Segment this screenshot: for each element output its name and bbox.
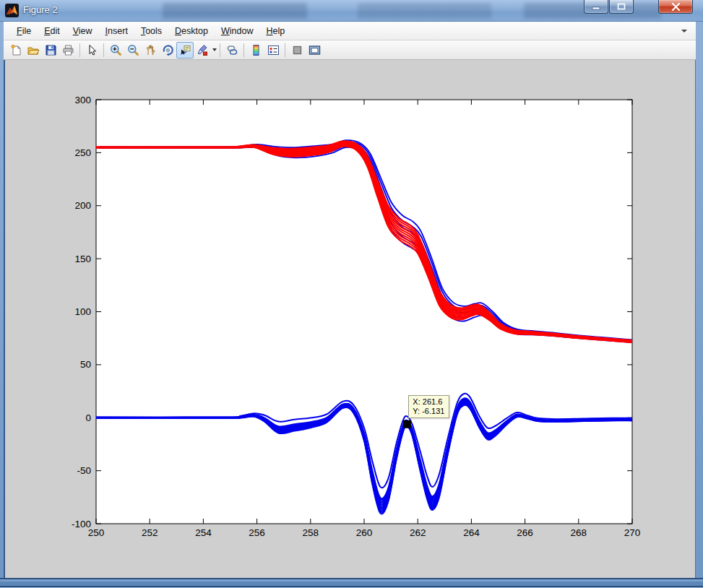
brush-icon bbox=[197, 44, 209, 56]
matlab-icon bbox=[5, 4, 19, 17]
window-frame-bottom bbox=[0, 578, 703, 588]
datatip-box[interactable]: X: 261.6 Y: -6.131 bbox=[408, 395, 449, 418]
datatip-y-value: Y: -6.131 bbox=[413, 407, 444, 416]
menu-tools[interactable]: Tools bbox=[134, 24, 168, 38]
title-bar[interactable]: Figure 2 bbox=[0, 0, 703, 22]
show-plot-tools-dock-button[interactable] bbox=[306, 42, 323, 59]
chain-link-icon bbox=[226, 44, 238, 56]
datatip-x-value: X: 261.6 bbox=[413, 397, 444, 407]
menu-desktop[interactable]: Desktop bbox=[168, 24, 215, 38]
new-figure-button[interactable] bbox=[7, 42, 25, 59]
menu-help[interactable]: Help bbox=[259, 24, 291, 38]
aero-glass-blur bbox=[358, 3, 491, 19]
minimize-button[interactable] bbox=[584, 0, 608, 14]
data-cursor-icon bbox=[179, 44, 191, 56]
window-title: Figure 2 bbox=[23, 4, 58, 15]
menu-insert[interactable]: Insert bbox=[99, 24, 134, 38]
open-file-button[interactable] bbox=[25, 42, 42, 59]
aero-glass-blur bbox=[163, 3, 307, 19]
close-button[interactable] bbox=[658, 0, 693, 14]
figure-client-area bbox=[4, 22, 696, 578]
figure-toolbar bbox=[4, 40, 696, 60]
new-document-icon bbox=[10, 44, 22, 56]
maximize-button[interactable] bbox=[609, 0, 634, 14]
save-figure-button[interactable] bbox=[42, 42, 59, 59]
data-cursor-button[interactable] bbox=[176, 42, 194, 59]
pointer-arrow-icon bbox=[86, 44, 98, 56]
pan-hand-icon bbox=[145, 44, 157, 56]
hide-plot-tools-icon bbox=[291, 44, 303, 56]
rotate-3d-icon bbox=[162, 44, 174, 56]
menu-view[interactable]: View bbox=[66, 24, 99, 38]
toolbar-separator bbox=[285, 43, 285, 57]
pan-button[interactable] bbox=[142, 42, 159, 59]
show-plot-tools-icon bbox=[309, 44, 321, 56]
figure-window: Figure 2 File Edit View Insert Tools Des… bbox=[0, 0, 703, 588]
zoom-in-button[interactable] bbox=[107, 42, 124, 59]
menu-bar: File Edit View Insert Tools Desktop Wind… bbox=[4, 22, 696, 40]
legend-icon bbox=[267, 44, 280, 56]
zoom-in-icon bbox=[110, 44, 122, 56]
edit-plot-button[interactable] bbox=[83, 42, 100, 59]
zoom-out-icon bbox=[127, 44, 139, 56]
open-folder-icon bbox=[27, 44, 40, 56]
hide-plot-tools-button[interactable] bbox=[288, 42, 306, 59]
toolbar-separator bbox=[79, 43, 80, 57]
menu-window[interactable]: Window bbox=[215, 24, 259, 38]
save-floppy-icon bbox=[45, 44, 57, 56]
print-figure-button[interactable] bbox=[59, 42, 77, 59]
menu-file[interactable]: File bbox=[10, 24, 38, 38]
toolbar-separator bbox=[243, 43, 244, 57]
colorbar-icon bbox=[250, 44, 262, 56]
brush-dropdown-caret-icon[interactable] bbox=[212, 48, 217, 51]
menu-edit[interactable]: Edit bbox=[38, 24, 66, 38]
insert-colorbar-button[interactable] bbox=[247, 42, 264, 59]
printer-icon bbox=[62, 44, 74, 56]
insert-legend-button[interactable] bbox=[264, 42, 282, 59]
menubar-overflow-chevron-icon[interactable] bbox=[681, 30, 687, 33]
link-plot-button[interactable] bbox=[223, 42, 241, 59]
zoom-out-button[interactable] bbox=[124, 42, 142, 59]
rotate-3d-button[interactable] bbox=[159, 42, 176, 59]
toolbar-separator bbox=[103, 43, 104, 57]
brush-data-button[interactable] bbox=[194, 42, 211, 59]
toolbar-separator bbox=[220, 43, 220, 57]
